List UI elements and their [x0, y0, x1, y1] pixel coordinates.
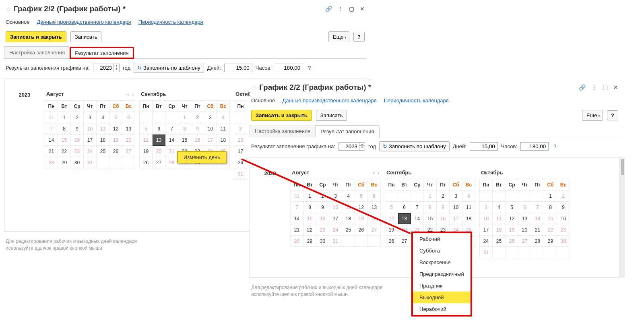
calendar-day[interactable]	[411, 190, 424, 202]
calendar-day[interactable]: 29	[303, 236, 316, 247]
calendar-day[interactable]	[355, 236, 368, 247]
calendar-day[interactable]: 9	[191, 123, 204, 134]
calendar-day[interactable]: 20	[153, 146, 165, 157]
calendar-day[interactable]: 26	[385, 236, 398, 247]
prev-month-icon[interactable]: ‹	[128, 92, 129, 97]
calendar-day[interactable]: 27	[122, 146, 135, 157]
calendar-day[interactable]: 14	[165, 134, 178, 146]
calendar-day[interactable]: 15	[58, 134, 71, 146]
calendar-day[interactable]: 31	[480, 247, 493, 258]
calendar-day[interactable]: 30	[71, 157, 84, 168]
calendar-day[interactable]: 14	[531, 213, 544, 224]
days-input[interactable]	[224, 64, 252, 72]
calendar-day[interactable]: 13	[153, 134, 165, 146]
calendar-day[interactable]: 8	[58, 123, 71, 134]
calendar-day[interactable]	[368, 236, 381, 247]
calendar-day[interactable]: 17	[480, 224, 493, 236]
calendar-day[interactable]: 4	[462, 190, 475, 202]
calendar-day[interactable]: 28	[45, 157, 58, 168]
context-menu-item[interactable]: Выходной	[413, 292, 471, 303]
calendar-day[interactable]: 19	[109, 134, 122, 146]
calendar-day[interactable]: 2	[437, 190, 450, 202]
calendar-day[interactable]: 16	[557, 213, 570, 224]
calendar-day[interactable]: 26	[506, 236, 518, 247]
calendar-day[interactable]: 19	[506, 224, 518, 236]
context-menu-item[interactable]: Нерабочий	[413, 303, 471, 315]
calendar-day[interactable]: 30	[316, 236, 329, 247]
calendar-day[interactable]: 12	[385, 213, 398, 224]
calendar-day[interactable]: 10	[480, 213, 493, 224]
next-month-icon[interactable]: ›	[132, 92, 134, 97]
calendar-day[interactable]: 7	[165, 123, 178, 134]
calendar-day[interactable]: 28	[165, 157, 178, 168]
tab-settings[interactable]: Настройка заполнения	[4, 46, 70, 58]
calendar-day[interactable]: 19	[355, 213, 368, 224]
tab-result[interactable]: Результат заполнения	[70, 47, 134, 59]
calendar-day[interactable]: 20	[368, 213, 381, 224]
calendar-day[interactable]: 11	[493, 213, 506, 224]
year-input[interactable]	[339, 142, 359, 151]
next-month-icon[interactable]: ›	[378, 170, 379, 175]
hours-input[interactable]	[520, 142, 549, 151]
calendar-day[interactable]: 4	[97, 112, 109, 123]
calendar-day[interactable]: 19	[140, 146, 153, 157]
calendar-day[interactable]: 21	[531, 224, 544, 236]
calendar-day[interactable]: 18	[462, 213, 475, 224]
hours-input[interactable]	[275, 64, 303, 72]
calendar-day[interactable]: 24	[234, 157, 247, 168]
calendar-day[interactable]: 26	[140, 157, 153, 168]
help-inline-icon[interactable]: ?	[308, 65, 311, 71]
calendar-day[interactable]: 14	[411, 213, 424, 224]
calendar-day[interactable]: 29	[58, 157, 71, 168]
calendar-day[interactable]: 25	[97, 146, 109, 157]
calendar-day[interactable]: 6	[518, 202, 531, 213]
calendar-day[interactable]	[97, 157, 109, 168]
scrollbar[interactable]	[620, 157, 625, 277]
calendar-day[interactable]: 16	[316, 213, 329, 224]
days-input[interactable]	[470, 142, 498, 151]
calendar-day[interactable]	[398, 190, 411, 202]
calendar-day[interactable]: 22	[303, 224, 316, 236]
calendar-day[interactable]: 23	[316, 224, 329, 236]
calendar-day[interactable]: 13	[398, 213, 411, 224]
calendar-day[interactable]: 11	[217, 123, 230, 134]
calendar-day[interactable]	[153, 112, 165, 123]
calendar-day[interactable]: 13	[122, 123, 135, 134]
calendar-day[interactable]: 1	[544, 190, 557, 202]
year-spinner[interactable]: ▲▼	[114, 64, 120, 72]
tab-settings[interactable]: Настройка заполнения	[250, 125, 316, 137]
calendar-day[interactable]: 17	[204, 134, 217, 146]
save-button[interactable]: Записать	[316, 110, 347, 121]
calendar-day[interactable]: 5	[140, 123, 153, 134]
calendar-day[interactable]: 18	[493, 224, 506, 236]
calendar-day[interactable]: 11	[97, 123, 109, 134]
calendar-day[interactable]	[493, 247, 506, 258]
calendar-day[interactable]: 2	[191, 112, 204, 123]
context-menu-item[interactable]: Суббота	[413, 245, 471, 257]
calendar-day[interactable]: 28	[291, 236, 303, 247]
calendar-day[interactable]: 20	[122, 134, 135, 146]
calendar-day[interactable]: 11	[462, 202, 475, 213]
calendar-day[interactable]: 31	[291, 190, 303, 202]
calendar-day[interactable]: 31	[329, 236, 342, 247]
calendar-day[interactable]: 12	[140, 134, 153, 146]
fill-by-template-button[interactable]: Заполнить по шаблону	[134, 63, 204, 73]
nav-prod-data[interactable]: Данные производственного календаря	[283, 97, 377, 103]
calendar-day[interactable]: 22	[58, 146, 71, 157]
calendar-day[interactable]: 20	[518, 224, 531, 236]
calendar-day[interactable]: 10	[329, 202, 342, 213]
calendar-day[interactable]: 8	[178, 123, 191, 134]
calendar-day[interactable]: 18	[342, 213, 355, 224]
calendar-day[interactable]	[140, 112, 153, 123]
calendar-day[interactable]: 2	[71, 112, 84, 123]
calendar-day[interactable]: 23	[557, 224, 570, 236]
calendar-day[interactable]: 7	[531, 202, 544, 213]
calendar-day[interactable]: 18	[97, 134, 109, 146]
calendar-day[interactable]	[342, 236, 355, 247]
calendar-day[interactable]: 17	[84, 134, 97, 146]
calendar-day[interactable]: 11	[342, 202, 355, 213]
help-button[interactable]: ?	[607, 110, 618, 120]
close-icon[interactable]: ✕	[360, 6, 365, 12]
calendar-day[interactable]: 9	[437, 202, 450, 213]
nav-main[interactable]: Основное	[6, 19, 30, 25]
